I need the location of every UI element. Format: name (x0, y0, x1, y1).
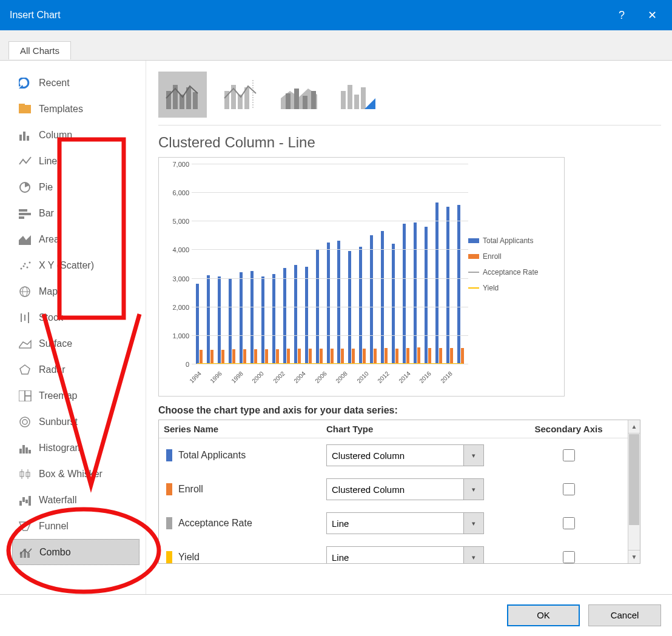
sidebar-item-label: Box & Whisker (39, 469, 102, 480)
surface-icon (17, 338, 34, 350)
sidebar-item-box-whisker[interactable]: Box & Whisker (17, 461, 146, 487)
sidebar-item-label: X Y (Scatter) (39, 260, 94, 271)
subtype-clustered-column-line[interactable] (158, 72, 207, 118)
sidebar-item-map[interactable]: Map (17, 278, 146, 304)
sidebar-item-label: Line (39, 156, 57, 167)
sidebar-item-label: Bar (39, 208, 54, 219)
sidebar-item-label: Area (39, 234, 59, 245)
series-color-swatch (166, 517, 172, 529)
sidebar-item-line[interactable]: Line (17, 148, 146, 174)
sidebar-item-column[interactable]: Column (17, 122, 146, 148)
waterfall-icon (17, 494, 34, 506)
scroll-down-button[interactable]: ▼ (628, 550, 640, 563)
help-button[interactable]: ? (606, 0, 637, 30)
sidebar-item-label: Histogram (39, 443, 83, 454)
svg-rect-24 (25, 390, 31, 396)
series-color-swatch (166, 483, 172, 495)
scatter-icon (17, 259, 34, 272)
secondary-axis-checkbox[interactable] (563, 551, 575, 563)
svg-rect-2 (19, 104, 25, 107)
svg-rect-7 (19, 209, 27, 212)
sidebar-item-stock[interactable]: Stock (17, 304, 146, 330)
radar-icon (17, 364, 34, 376)
chart-preview[interactable]: 01,0002,0003,0004,0005,0006,0007,000 199… (158, 157, 565, 397)
svg-rect-43 (27, 553, 30, 558)
subtype-clustered-column-line-secondary[interactable] (217, 72, 265, 118)
sidebar-item-label: Waterfall (39, 495, 77, 506)
series-color-swatch (166, 551, 172, 563)
sidebar-item-x-y-scatter-[interactable]: X Y (Scatter) (17, 252, 146, 278)
svg-rect-37 (22, 497, 25, 502)
subtype-custom-combination[interactable] (333, 72, 381, 118)
cancel-button[interactable]: Cancel (588, 604, 661, 626)
svg-rect-23 (19, 390, 25, 401)
svg-rect-8 (19, 213, 31, 215)
dialog-footer: OK Cancel (0, 594, 672, 635)
svg-marker-10 (19, 235, 31, 245)
series-row: EnrollClustered ColumnLine▾ (159, 472, 628, 506)
window-title: Insert Chart (10, 10, 61, 21)
svg-marker-22 (20, 365, 30, 374)
svg-rect-61 (354, 95, 359, 109)
series-config-grid: Series Name Chart Type Secondary Axis To… (158, 420, 640, 564)
subtype-stacked-area-clustered-column[interactable] (275, 72, 323, 118)
series-instruction: Choose the chart type and axis for your … (158, 405, 661, 416)
stock-icon (17, 312, 34, 324)
secondary-axis-checkbox[interactable] (563, 483, 575, 495)
chart-legend: Total ApplicantsEnrollAcceptance RateYie… (468, 164, 559, 393)
svg-rect-28 (19, 449, 22, 454)
area-icon (17, 233, 34, 246)
sidebar-item-surface[interactable]: Surface (17, 330, 146, 356)
chart-type-select[interactable]: Clustered ColumnLine (326, 546, 484, 563)
sidebar-item-pie[interactable]: Pie (17, 174, 146, 200)
col-header-chart-type: Chart Type (326, 424, 514, 434)
svg-rect-60 (348, 85, 352, 109)
svg-rect-36 (19, 501, 22, 506)
combo-icon (18, 546, 35, 558)
chart-type-select[interactable]: Clustered ColumnLine (326, 444, 484, 466)
scroll-thumb[interactable] (629, 434, 639, 525)
sunburst-icon (17, 416, 34, 428)
ok-button[interactable]: OK (507, 604, 580, 626)
series-row: Total ApplicantsClustered ColumnLine▾ (159, 438, 628, 472)
tab-all-charts[interactable]: All Charts (8, 41, 71, 59)
svg-rect-59 (341, 91, 346, 109)
sidebar-item-funnel[interactable]: Funnel (17, 513, 146, 539)
templates-icon (17, 103, 34, 115)
sidebar-item-recent[interactable]: Recent (17, 70, 146, 96)
series-color-swatch (166, 449, 172, 461)
scroll-up-button[interactable]: ▲ (628, 420, 640, 433)
svg-point-14 (29, 261, 31, 263)
sidebar-item-area[interactable]: Area (17, 226, 146, 252)
series-scrollbar[interactable]: ▲ ▼ (628, 420, 640, 563)
secondary-axis-checkbox[interactable] (563, 517, 575, 529)
svg-rect-48 (193, 92, 198, 109)
series-name-label: Yield (178, 552, 200, 563)
svg-marker-40 (19, 522, 31, 531)
boxwhisker-icon (17, 468, 34, 480)
svg-rect-25 (25, 396, 31, 401)
sidebar-item-sunburst[interactable]: Sunburst (17, 409, 146, 435)
sidebar-item-histogram[interactable]: Histogram (17, 435, 146, 461)
sidebar-item-waterfall[interactable]: Waterfall (17, 487, 146, 513)
sidebar-item-bar[interactable]: Bar (17, 200, 146, 226)
sidebar-item-treemap[interactable]: Treemap (17, 383, 146, 409)
svg-point-13 (27, 266, 29, 268)
close-button[interactable]: ✕ (637, 0, 667, 30)
sidebar-item-radar[interactable]: Radar (17, 356, 146, 383)
sidebar-item-combo[interactable]: Combo (12, 539, 139, 565)
svg-rect-56 (294, 89, 299, 109)
sidebar-item-templates[interactable]: Templates (17, 96, 146, 122)
sidebar-item-label: Map (39, 286, 58, 297)
series-name-label: Total Applicants (178, 450, 246, 461)
series-row: Acceptance RateClustered ColumnLine▾ (159, 506, 628, 540)
chart-type-select[interactable]: Clustered ColumnLine (326, 478, 484, 500)
svg-point-12 (24, 263, 26, 264)
svg-rect-4 (23, 132, 25, 141)
secondary-axis-checkbox[interactable] (563, 449, 575, 461)
svg-rect-58 (311, 91, 316, 109)
svg-rect-38 (25, 500, 28, 503)
pie-icon (17, 181, 34, 193)
chart-type-select[interactable]: Clustered ColumnLine (326, 512, 484, 534)
subtype-title: Clustered Column - Line (158, 134, 661, 151)
